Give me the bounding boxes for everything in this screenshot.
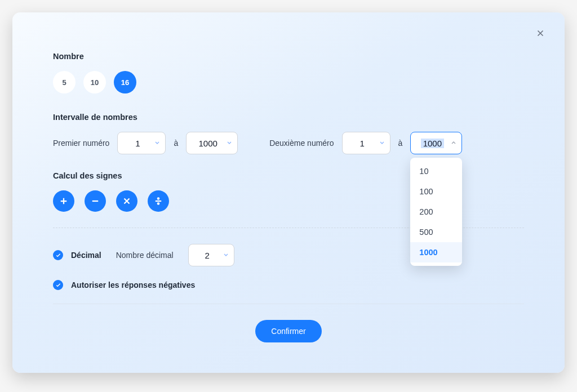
chevron-down-icon [154,139,161,148]
decimal-label: Décimal [71,251,101,260]
minus-icon[interactable] [85,190,106,212]
confirm-button[interactable]: Confirmer [255,320,321,342]
dropdown-option-500[interactable]: 500 [410,222,462,242]
chevron-down-icon [226,139,233,148]
divider-bottom [53,304,524,304]
nombre-option-16[interactable]: 16 [114,71,136,93]
dropdown-option-200[interactable]: 200 [410,202,462,222]
close-icon[interactable] [535,28,548,41]
confirm-row: Confirmer [53,320,524,342]
nombre-option-10[interactable]: 10 [83,71,106,93]
dropdown-option-100[interactable]: 100 [410,181,462,202]
multiply-icon[interactable] [116,190,137,212]
plus-icon[interactable] [53,190,74,212]
decimal-sublabel: Nombre décimal [116,251,174,260]
negative-checkbox[interactable] [53,280,63,290]
decimal-select[interactable]: 2 [188,244,234,266]
first-from-select[interactable]: 1 [117,132,166,154]
interval-title: Intervalle de nombres [53,113,524,122]
chevron-down-icon [379,139,385,148]
interval-row: Premier numéro 1 à 1000 Deuxième numéro … [53,132,524,154]
a-separator-1: à [174,139,178,148]
negative-row: Autoriser les réponses négatives [53,280,524,290]
svg-point-0 [158,198,159,199]
nombre-title: Nombre [53,52,524,61]
nombre-option-5[interactable]: 5 [53,71,76,93]
first-number-label: Premier numéro [53,139,109,148]
settings-modal: Nombre 5 10 16 Intervalle de nombres Pre… [12,12,565,373]
second-number-label: Deuxième numéro [269,139,334,148]
nombre-options: 5 10 16 [53,71,524,93]
first-to-select[interactable]: 1000 [186,132,238,154]
second-to-select[interactable]: 1000 [410,132,462,154]
dropdown-option-10[interactable]: 10 [410,161,462,181]
decimal-checkbox[interactable] [53,250,63,260]
second-from-select[interactable]: 1 [342,132,390,154]
negative-label: Autoriser les réponses négatives [71,280,195,289]
dropdown-option-1000[interactable]: 1000 [410,242,462,262]
svg-point-1 [158,203,159,204]
second-to-dropdown[interactable]: 10 100 200 500 1000 [410,158,462,266]
chevron-down-icon [223,251,229,260]
chevron-up-icon [450,139,457,148]
a-separator-2: à [398,139,403,148]
divide-icon[interactable] [148,190,169,212]
